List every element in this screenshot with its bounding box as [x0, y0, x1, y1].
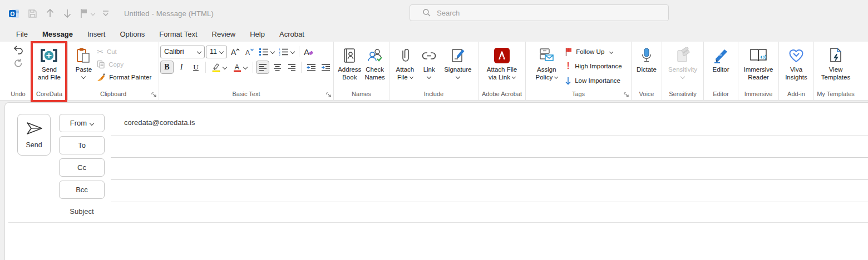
group-label-names: Names [334, 89, 389, 100]
shrink-font-button[interactable]: A [243, 45, 256, 58]
flag-qat-icon[interactable] [80, 7, 95, 20]
flag-dropdown-chevron-icon[interactable] [91, 11, 95, 16]
signature-button[interactable]: Signature [442, 44, 473, 78]
align-left-button[interactable] [256, 61, 269, 74]
sensitivity-icon [675, 46, 691, 66]
attach-file-via-link-button[interactable]: Attach File via Link [485, 44, 519, 81]
save-icon[interactable] [27, 7, 38, 20]
tab-review[interactable]: Review [205, 27, 243, 42]
check-names-label-line1: Check [366, 66, 384, 73]
group-my-templates: View Templates My Templates [814, 42, 857, 100]
group-label-my-templates: My Templates [814, 89, 857, 100]
numbering-button[interactable]: 123 [277, 45, 296, 58]
message-body[interactable] [6, 223, 868, 260]
font-name-value: Calibri [164, 48, 184, 56]
tab-format-text[interactable]: Format Text [152, 27, 204, 42]
from-button[interactable]: From [59, 114, 105, 132]
to-button[interactable]: To [59, 136, 105, 154]
tab-acrobat[interactable]: Acrobat [272, 27, 312, 42]
search-input[interactable] [437, 9, 648, 17]
attach-file-label-line2: File [397, 73, 413, 81]
cc-field-underline[interactable] [111, 179, 868, 180]
text-highlight-button[interactable] [209, 61, 229, 74]
copy-button: Copy [96, 58, 152, 71]
customize-qat-icon[interactable] [102, 7, 110, 20]
italic-button[interactable]: I [175, 61, 188, 74]
follow-up-button[interactable]: Follow Up [564, 46, 623, 58]
bold-button[interactable]: B [160, 61, 174, 74]
high-importance-button[interactable]: ! High Importance [564, 60, 623, 72]
immersive-reader-button[interactable]: Immersive Reader [742, 44, 775, 81]
bullets-chevron-icon[interactable] [270, 49, 275, 54]
paste-icon [76, 46, 91, 66]
bullets-button[interactable] [257, 45, 276, 58]
bcc-field-underline[interactable] [111, 202, 868, 202]
low-importance-label: Low Importance [575, 77, 620, 84]
search-box[interactable] [410, 4, 669, 21]
viva-insights-label-line1: Viva [790, 66, 802, 73]
view-templates-label-line2: Templates [821, 73, 850, 81]
tab-message[interactable]: Message [35, 27, 80, 42]
basic-text-dialog-launcher-icon[interactable] [326, 92, 332, 98]
separator [301, 62, 302, 73]
cc-button[interactable]: Cc [59, 158, 105, 177]
tab-options[interactable]: Options [112, 27, 152, 42]
follow-up-chevron-icon[interactable] [609, 49, 613, 53]
compose-panel: Send From coredata@coredata.is To Cc Bcc… [4, 102, 868, 260]
high-importance-label: High Importance [575, 63, 622, 69]
link-icon [421, 46, 437, 66]
highlight-chevron-icon[interactable] [222, 65, 226, 69]
format-painter-button[interactable]: Format Painter [96, 71, 152, 83]
group-label-voice: Voice [632, 89, 662, 100]
redo-qat-icon[interactable] [62, 7, 72, 20]
tab-insert[interactable]: Insert [80, 27, 113, 42]
to-field-underline[interactable] [111, 157, 868, 158]
align-right-button[interactable] [285, 61, 298, 74]
high-importance-icon: ! [565, 61, 571, 71]
tags-dialog-launcher-icon[interactable] [624, 92, 629, 98]
numbering-chevron-icon[interactable] [290, 49, 295, 54]
redo-button[interactable] [13, 58, 23, 68]
link-button[interactable]: Link [419, 44, 439, 78]
bcc-button[interactable]: Bcc [59, 181, 105, 199]
send-button[interactable]: Send [17, 114, 51, 156]
check-names-label-line2: Names [364, 73, 384, 81]
undo-qat-icon[interactable] [45, 7, 55, 20]
paste-button[interactable]: Paste [74, 44, 93, 78]
increase-indent-button[interactable] [319, 61, 332, 74]
low-importance-button[interactable]: Low Importance [564, 74, 623, 87]
paste-dropdown-chevron-icon[interactable] [81, 74, 86, 79]
font-color-chevron-icon[interactable] [243, 65, 247, 69]
view-templates-button[interactable]: View Templates [820, 44, 852, 81]
group-adobe-acrobat: Attach File via Link Adobe Acrobat [479, 42, 526, 100]
clear-formatting-button[interactable]: A [302, 45, 315, 58]
attach-file-button[interactable]: Attach File [394, 44, 416, 81]
check-names-button[interactable]: Check Names [363, 44, 386, 81]
group-basic-text: Calibri 11 A A [159, 42, 334, 100]
cut-button: ✂ Cut [96, 46, 152, 58]
align-center-button[interactable] [270, 61, 284, 74]
assign-policy-button[interactable]: Assign Policy [534, 44, 559, 81]
viva-insights-button[interactable]: Viva Insights [783, 44, 809, 81]
viva-insights-icon [788, 46, 805, 66]
address-book-button[interactable]: Address Book [336, 44, 363, 81]
font-color-button[interactable]: A [230, 61, 250, 74]
microphone-icon [640, 46, 653, 66]
signature-chevron-icon[interactable] [456, 74, 460, 79]
from-address-value: coredata@coredata.is [124, 118, 195, 127]
link-chevron-icon[interactable] [427, 74, 431, 79]
group-label-addin: Add-in [779, 89, 813, 100]
grow-font-button[interactable]: A [228, 45, 241, 58]
sensitivity-label: Sensitivity [668, 66, 697, 73]
undo-button[interactable] [13, 46, 23, 55]
from-button-label: From [70, 119, 87, 127]
font-size-select[interactable]: 11 [206, 46, 227, 58]
dictate-button[interactable]: Dictate [635, 44, 658, 73]
font-name-select[interactable]: Calibri [160, 46, 205, 58]
clipboard-dialog-launcher-icon[interactable] [151, 92, 157, 98]
tab-file[interactable]: File [9, 27, 35, 42]
editor-button[interactable]: Editor [711, 44, 731, 73]
decrease-indent-button[interactable] [304, 61, 318, 74]
underline-button[interactable]: U [189, 61, 203, 74]
tab-help[interactable]: Help [243, 27, 272, 42]
